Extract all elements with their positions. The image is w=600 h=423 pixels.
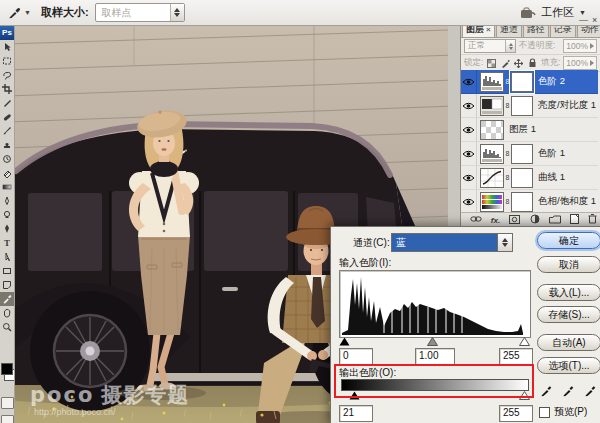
lock-pixels-icon[interactable] xyxy=(500,58,511,69)
add-mask-icon[interactable] xyxy=(509,215,520,226)
shape-tool-icon[interactable] xyxy=(0,264,14,278)
black-point-eyedropper-icon[interactable] xyxy=(539,383,553,397)
layer-mask-thumbnail[interactable] xyxy=(511,168,533,188)
combo-spinner-icon[interactable] xyxy=(497,234,512,251)
output-white-slider[interactable] xyxy=(519,391,530,400)
input-white-field[interactable]: 255 xyxy=(499,348,533,365)
healing-tool-icon[interactable] xyxy=(0,110,14,124)
layer-mask-thumbnail[interactable] xyxy=(511,192,533,212)
levels-adjustment-thumbnail[interactable] xyxy=(480,72,504,92)
layer-mask-thumbnail[interactable] xyxy=(511,96,533,116)
pixel-layer-thumbnail[interactable] xyxy=(480,120,504,140)
type-tool-icon[interactable]: T xyxy=(0,236,14,250)
output-black-slider[interactable] xyxy=(349,391,360,400)
layer-row-levels-2[interactable]: 8 色阶 2 xyxy=(461,70,598,94)
layer-name: 色阶 1 xyxy=(538,147,565,160)
lock-position-icon[interactable] xyxy=(514,58,525,69)
new-layer-icon[interactable] xyxy=(570,214,579,226)
sample-size-label: 取样大小: xyxy=(41,5,89,20)
brush-tool-icon[interactable] xyxy=(0,124,14,138)
blend-mode-select[interactable]: 正常 xyxy=(464,39,516,53)
panel-close-icon[interactable]: × xyxy=(592,15,597,25)
layer-row-hue-saturation-1[interactable]: 8 色相/饱和度 1 xyxy=(461,190,598,214)
fill-value[interactable]: 100% xyxy=(563,56,597,70)
lasso-tool-icon[interactable] xyxy=(0,68,14,82)
layer-name: 色相/饱和度 1 xyxy=(538,195,596,208)
foreground-color-swatch[interactable] xyxy=(1,363,13,375)
mask-link-icon[interactable]: 8 xyxy=(504,174,511,181)
cancel-button[interactable]: 取消 xyxy=(537,256,600,273)
hand-tool-icon[interactable] xyxy=(0,306,14,320)
mask-link-icon[interactable]: 8 xyxy=(504,150,511,157)
white-point-eyedropper-icon[interactable] xyxy=(583,383,597,397)
layer-row-brightness-contrast-1[interactable]: 8 亮度/对比度 1 xyxy=(461,94,598,118)
notes-tool-icon[interactable] xyxy=(0,278,14,292)
layer-style-icon[interactable]: fx. xyxy=(491,216,500,225)
visibility-eye-icon[interactable] xyxy=(461,94,477,117)
input-gamma-field[interactable]: 1.00 xyxy=(415,348,455,365)
new-adjustment-layer-icon[interactable] xyxy=(530,214,540,226)
lock-transparency-icon[interactable] xyxy=(486,58,497,69)
clone-stamp-tool-icon[interactable] xyxy=(0,138,14,152)
levels-adjustment-thumbnail[interactable] xyxy=(480,144,504,164)
chevron-down-icon[interactable]: ▼ xyxy=(24,9,31,16)
ok-button[interactable]: 确定 xyxy=(537,232,600,249)
hue-saturation-thumbnail[interactable] xyxy=(480,192,504,212)
input-black-slider[interactable] xyxy=(339,337,350,346)
opacity-value[interactable]: 100% xyxy=(563,39,597,53)
blur-tool-icon[interactable] xyxy=(0,194,14,208)
channel-select[interactable]: 蓝 xyxy=(391,233,513,252)
visibility-eye-icon[interactable] xyxy=(461,142,477,165)
quick-mask-button[interactable] xyxy=(1,415,14,423)
layer-row-layer-1[interactable]: 图层 1 xyxy=(461,118,598,142)
input-white-slider[interactable] xyxy=(519,337,530,346)
input-gamma-slider[interactable] xyxy=(427,337,438,346)
combo-spinner-icon[interactable] xyxy=(170,4,184,21)
pen-tool-icon[interactable] xyxy=(0,222,14,236)
eyedropper-tool-icon-selected[interactable] xyxy=(0,292,14,306)
mask-link-icon[interactable]: 8 xyxy=(504,78,511,85)
gray-point-eyedropper-icon[interactable] xyxy=(561,383,575,397)
visibility-eye-icon[interactable] xyxy=(461,70,477,93)
path-select-tool-icon[interactable] xyxy=(0,250,14,264)
visibility-eye-icon[interactable] xyxy=(461,118,477,141)
options-button[interactable]: 选项(T)... xyxy=(537,357,600,374)
dodge-tool-icon[interactable] xyxy=(0,208,14,222)
workspace-button[interactable]: 工作区 ▼ xyxy=(520,5,586,20)
auto-button[interactable]: 自动(A) xyxy=(537,334,600,351)
move-tool-icon[interactable] xyxy=(0,40,14,54)
eyedropper-buttons xyxy=(539,383,597,397)
slice-tool-icon[interactable] xyxy=(0,96,14,110)
output-black-field[interactable]: 21 xyxy=(339,405,373,422)
crop-tool-icon[interactable] xyxy=(0,82,14,96)
visibility-eye-icon[interactable] xyxy=(461,190,477,213)
layer-mask-thumbnail[interactable] xyxy=(511,72,533,92)
input-black-field[interactable]: 0 xyxy=(339,348,373,365)
output-white-field[interactable]: 255 xyxy=(499,405,533,422)
zoom-tool-icon[interactable] xyxy=(0,320,14,334)
curves-adjustment-thumbnail[interactable] xyxy=(480,168,504,188)
layer-mask-thumbnail[interactable] xyxy=(511,144,533,164)
eraser-tool-icon[interactable] xyxy=(0,166,14,180)
panel-collapse-icon[interactable]: — xyxy=(579,15,588,25)
save-button[interactable]: 存储(S)... xyxy=(537,306,600,323)
preview-checkbox[interactable] xyxy=(539,407,550,418)
sample-size-select[interactable]: 取样点 xyxy=(95,3,185,22)
mask-link-icon[interactable]: 8 xyxy=(504,102,511,109)
delete-layer-icon[interactable] xyxy=(588,214,597,226)
marquee-tool-icon[interactable] xyxy=(0,54,14,68)
history-brush-tool-icon[interactable] xyxy=(0,152,14,166)
layer-row-curves-1[interactable]: 8 曲线 1 xyxy=(461,166,598,190)
layer-row-levels-1[interactable]: 8 色阶 1 xyxy=(461,142,598,166)
eyedropper-icon[interactable] xyxy=(4,4,24,22)
tab-close-icon[interactable]: × xyxy=(486,25,491,34)
screen-mode-button[interactable] xyxy=(1,397,14,409)
new-group-icon[interactable] xyxy=(549,215,561,226)
brightness-contrast-thumbnail[interactable] xyxy=(480,96,504,116)
load-button[interactable]: 载入(L)... xyxy=(537,284,600,301)
visibility-eye-icon[interactable] xyxy=(461,166,477,189)
gradient-tool-icon[interactable] xyxy=(0,180,14,194)
mask-link-icon[interactable]: 8 xyxy=(504,198,511,205)
link-layers-icon[interactable] xyxy=(470,215,482,225)
lock-all-icon[interactable] xyxy=(527,58,538,69)
